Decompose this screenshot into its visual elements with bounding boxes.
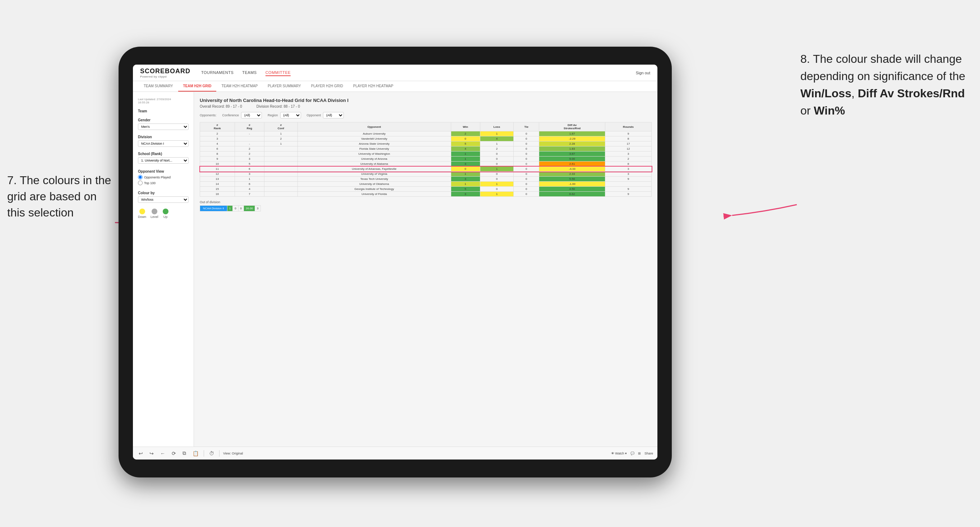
- radio-top100[interactable]: Top 100: [138, 181, 189, 185]
- comment-btn[interactable]: 💬: [630, 452, 635, 455]
- legend-up-dot: [163, 209, 169, 214]
- share-label[interactable]: Share: [644, 452, 653, 455]
- tab-player-h2h-heatmap[interactable]: PLAYER H2H HEATMAP: [348, 81, 398, 92]
- main-content: Last Updated: 27/03/2024 16:55:28 Team G…: [133, 92, 657, 447]
- radio-group: Opponents Played Top 100: [138, 175, 189, 185]
- annotation-left: 7. The colours in the grid are based on …: [7, 172, 111, 221]
- clock-btn[interactable]: ⏱: [208, 450, 216, 457]
- radio-opponents-played[interactable]: Opponents Played: [138, 175, 189, 179]
- undo-btn[interactable]: ↩: [137, 450, 145, 457]
- opponents-filter-label: Opponents:: [200, 113, 216, 117]
- table-row: 11 6 University of Arkansas, Fayettevill…: [200, 167, 652, 171]
- colour-by-label: Colour by: [138, 191, 189, 195]
- overall-record: Overall Record: 89 - 17 - 0: [200, 105, 242, 108]
- left-panel: Last Updated: 27/03/2024 16:55:28 Team G…: [133, 92, 194, 447]
- legend-level-label: Level: [151, 215, 158, 219]
- school-label: School (Rank): [138, 152, 189, 156]
- region-filter: Region (All): [267, 112, 301, 119]
- conference-select[interactable]: (All): [241, 112, 262, 119]
- legend-down: Down: [138, 209, 146, 219]
- opponent-label: Opponent: [307, 113, 321, 117]
- tab-player-h2h-grid[interactable]: PLAYER H2H GRID: [306, 81, 348, 92]
- division-record: Division Record: 88 - 17 - 0: [256, 105, 300, 108]
- colour-by-select[interactable]: Win/loss: [138, 196, 189, 203]
- colour-by-section: Colour by Win/loss: [138, 191, 189, 203]
- opponent-view-label: Opponent View: [138, 170, 189, 173]
- table-row: 15 4 Georgia Institute of Technology 5 0…: [200, 187, 652, 192]
- annotation-left-text: The colours in the grid are based on thi…: [7, 174, 111, 219]
- col-loss: Loss: [480, 122, 514, 132]
- tab-team-h2h-heatmap[interactable]: TEAM H2H HEATMAP: [216, 81, 262, 92]
- annotation-right: 8. The colour shade will change dependin…: [800, 50, 973, 119]
- table-row: NCAA Division II 1 0 0 26.00 3: [200, 206, 261, 211]
- legend-level-dot: [151, 209, 158, 214]
- legend-down-label: Down: [138, 215, 146, 219]
- last-updated: Last Updated: 27/03/2024 16:55:28: [138, 98, 189, 104]
- conference-filter: Conference (All): [223, 112, 262, 119]
- tablet-frame: SCOREBOARD Powered by clippd TOURNAMENTS…: [119, 47, 672, 478]
- tab-player-summary[interactable]: PLAYER SUMMARY: [262, 81, 306, 92]
- filter-row: Opponents: Conference (All) Region (All): [200, 112, 652, 119]
- data-table: #Rank #Reg #Conf Opponent Win Loss Tie D…: [200, 122, 652, 197]
- table-row: 9 3 University of Arizona 1 0 0 9.00 2: [200, 157, 652, 162]
- sign-out-link[interactable]: Sign out: [636, 71, 650, 75]
- division-section: Division NCAA Division I: [138, 135, 189, 147]
- nav-tournaments[interactable]: TOURNAMENTS: [201, 70, 234, 76]
- out-of-division-label: Out of division: [200, 200, 652, 204]
- right-content: University of North Carolina Head-to-Hea…: [194, 92, 657, 447]
- logo-sub: Powered by clippd: [140, 75, 190, 78]
- nav-teams[interactable]: TEAMS: [242, 70, 256, 76]
- tab-team-h2h-grid[interactable]: TEAM H2H GRID: [178, 81, 216, 92]
- table-row: 3 2 Vanderbilt University 0 4 0 -2.29 8: [200, 137, 652, 141]
- tablet-screen: SCOREBOARD Powered by clippd TOURNAMENTS…: [133, 65, 657, 460]
- table-row: 10 5 University of Alabama 3 0 0 2.61 8: [200, 162, 652, 167]
- col-opponent: Opponent: [298, 122, 451, 132]
- view-label[interactable]: View: Original: [223, 452, 243, 455]
- separator2: [219, 450, 220, 457]
- col-rounds: Rounds: [605, 122, 652, 132]
- team-section: Team: [138, 109, 189, 113]
- opponent-select[interactable]: (All): [323, 112, 344, 119]
- paste-btn[interactable]: 📋: [191, 450, 200, 457]
- table-row: 16 7 University of Florida 3 1 0 6.62 9: [200, 192, 652, 197]
- legend-down-dot: [139, 209, 145, 214]
- legend-level: Level: [151, 209, 158, 219]
- layout-btn[interactable]: ⊞: [638, 452, 641, 455]
- grid-subtitle: Overall Record: 89 - 17 - 0 Division Rec…: [200, 105, 652, 108]
- col-tie: Tie: [514, 122, 539, 132]
- table-row: 13 1 Texas Tech University 3 0 0 5.56 9: [200, 177, 652, 182]
- refresh-btn[interactable]: ⟳: [170, 450, 177, 457]
- conference-label: Conference: [223, 113, 239, 117]
- copy-btn[interactable]: ⧉: [181, 449, 188, 457]
- tab-team-summary[interactable]: TEAM SUMMARY: [138, 81, 178, 92]
- table-row: 12 3 University of Virginia 1 0 0 2.33 3: [200, 171, 652, 177]
- gender-section: Gender Men's: [138, 118, 189, 130]
- colour-legend: Down Level Up: [138, 209, 189, 219]
- table-row: 2 - 1 Auburn University 2 1 0 1.67 9: [200, 132, 652, 137]
- legend-up-label: Up: [164, 215, 168, 219]
- col-diff: Diff AvStrokes/Rnd: [539, 122, 605, 132]
- redo-btn[interactable]: ↪: [148, 450, 155, 457]
- separator: [204, 450, 204, 457]
- team-label: Team: [138, 109, 189, 113]
- gender-select[interactable]: Men's: [138, 124, 189, 130]
- division-select[interactable]: NCAA Division I: [138, 140, 189, 147]
- table-row: 8 2 University of Washington 1 0 0 3.67 …: [200, 151, 652, 157]
- table-row: 14 6 University of Oklahoma 1 1 0 -1.00: [200, 182, 652, 187]
- region-select[interactable]: (All): [280, 112, 301, 119]
- division-label: Division: [138, 135, 189, 139]
- out-of-division-table: NCAA Division II 1 0 0 26.00 3: [200, 205, 261, 211]
- col-conf: #Conf: [264, 122, 298, 132]
- table-row: 4 - 1 Arizona State University 5 1 0 2.2…: [200, 141, 652, 146]
- nav-committee[interactable]: COMMITTEE: [266, 70, 291, 76]
- opponent-view-section: Opponent View Opponents Played Top 100: [138, 170, 189, 185]
- back-btn[interactable]: ←: [159, 450, 167, 457]
- watch-label[interactable]: 👁 Watch ▾: [611, 452, 627, 455]
- region-label: Region: [267, 113, 278, 117]
- sub-nav: TEAM SUMMARY TEAM H2H GRID TEAM H2H HEAT…: [133, 81, 657, 92]
- school-section: School (Rank) 1. University of Nort...: [138, 152, 189, 164]
- app-header: SCOREBOARD Powered by clippd TOURNAMENTS…: [133, 65, 657, 81]
- logo-area: SCOREBOARD Powered by clippd: [140, 67, 190, 78]
- school-select[interactable]: 1. University of Nort...: [138, 157, 189, 164]
- opponent-filter: Opponent (All): [307, 112, 344, 119]
